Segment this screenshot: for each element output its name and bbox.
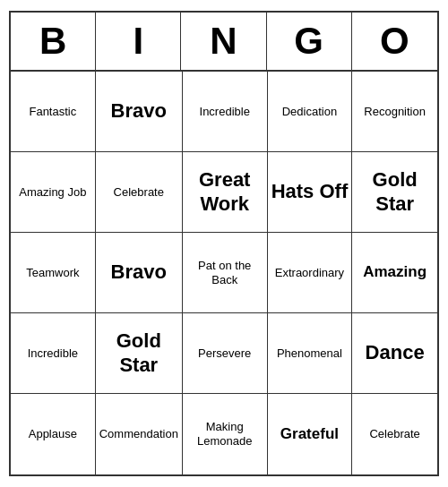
cell-text: Incredible — [200, 105, 250, 119]
cell-text: Amazing Job — [19, 185, 86, 200]
bingo-grid: FantasticBravoIncredibleDedicationRecogn… — [11, 72, 437, 474]
bingo-cell[interactable]: Persevere — [183, 313, 268, 394]
bingo-cell[interactable]: Commendation — [96, 394, 183, 474]
cell-text: Incredible — [28, 346, 78, 361]
bingo-cell[interactable]: Hats Off — [268, 152, 353, 233]
bingo-cell[interactable]: Incredible — [183, 72, 268, 152]
cell-text: Pat on the Back — [186, 259, 263, 286]
bingo-cell[interactable]: Making Lemonade — [183, 394, 268, 474]
cell-text: Grateful — [280, 425, 339, 443]
cell-text: Fantastic — [29, 105, 76, 119]
bingo-cell[interactable]: Pat on the Back — [183, 233, 268, 313]
bingo-cell[interactable]: Great Work — [183, 152, 268, 233]
bingo-cell[interactable]: Amazing — [352, 233, 437, 313]
bingo-cell[interactable]: Dance — [352, 313, 437, 394]
bingo-cell[interactable]: Bravo — [96, 233, 183, 313]
cell-text: Phenomenal — [277, 346, 342, 361]
bingo-cell[interactable]: Recognition — [352, 72, 437, 152]
cell-text: Persevere — [198, 346, 251, 361]
cell-text: Celebrate — [369, 427, 419, 441]
cell-text: Teamwork — [26, 266, 79, 280]
header-letter: G — [267, 13, 352, 70]
cell-text: Extraordinary — [275, 266, 344, 280]
cell-text: Great Work — [186, 168, 263, 216]
bingo-cell[interactable]: Applause — [11, 394, 96, 474]
cell-text: Celebrate — [114, 185, 164, 200]
bingo-header: BINGO — [11, 13, 437, 72]
bingo-cell[interactable]: Celebrate — [96, 152, 183, 233]
cell-text: Hats Off — [271, 180, 349, 203]
bingo-cell[interactable]: Celebrate — [352, 394, 437, 474]
cell-text: Applause — [29, 427, 77, 441]
bingo-cell[interactable]: Teamwork — [11, 233, 96, 313]
bingo-cell[interactable]: Amazing Job — [11, 152, 96, 233]
bingo-cell[interactable]: Bravo — [96, 72, 183, 152]
bingo-cell[interactable]: Grateful — [268, 394, 353, 474]
bingo-cell[interactable]: Gold Star — [352, 152, 437, 233]
header-letter: I — [96, 13, 181, 70]
cell-text: Gold Star — [99, 329, 178, 377]
cell-text: Making Lemonade — [186, 420, 263, 448]
bingo-cell[interactable]: Extraordinary — [268, 233, 353, 313]
header-letter: B — [11, 13, 96, 70]
bingo-cell[interactable]: Dedication — [268, 72, 353, 152]
cell-text: Dance — [366, 341, 425, 364]
header-letter: O — [352, 13, 437, 70]
cell-text: Recognition — [364, 105, 426, 119]
header-letter: N — [181, 13, 266, 70]
bingo-cell[interactable]: Gold Star — [96, 313, 183, 394]
cell-text: Bravo — [111, 261, 167, 284]
bingo-card: BINGO FantasticBravoIncredibleDedication… — [9, 11, 439, 476]
cell-text: Bravo — [111, 99, 167, 123]
cell-text: Commendation — [99, 427, 178, 441]
bingo-cell[interactable]: Incredible — [11, 313, 96, 394]
bingo-cell[interactable]: Phenomenal — [268, 313, 353, 394]
bingo-cell[interactable]: Fantastic — [11, 72, 96, 152]
cell-text: Gold Star — [356, 168, 434, 216]
cell-text: Amazing — [363, 263, 426, 281]
cell-text: Dedication — [282, 105, 337, 119]
